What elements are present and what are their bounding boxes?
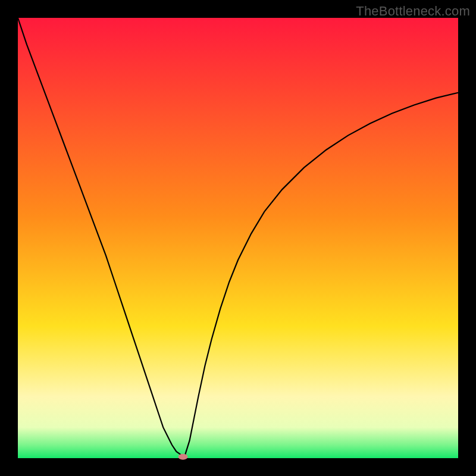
plot-background xyxy=(18,18,458,458)
chart-frame: TheBottleneck.com xyxy=(0,0,476,476)
optimum-marker xyxy=(178,454,188,460)
bottleneck-chart xyxy=(0,0,476,476)
